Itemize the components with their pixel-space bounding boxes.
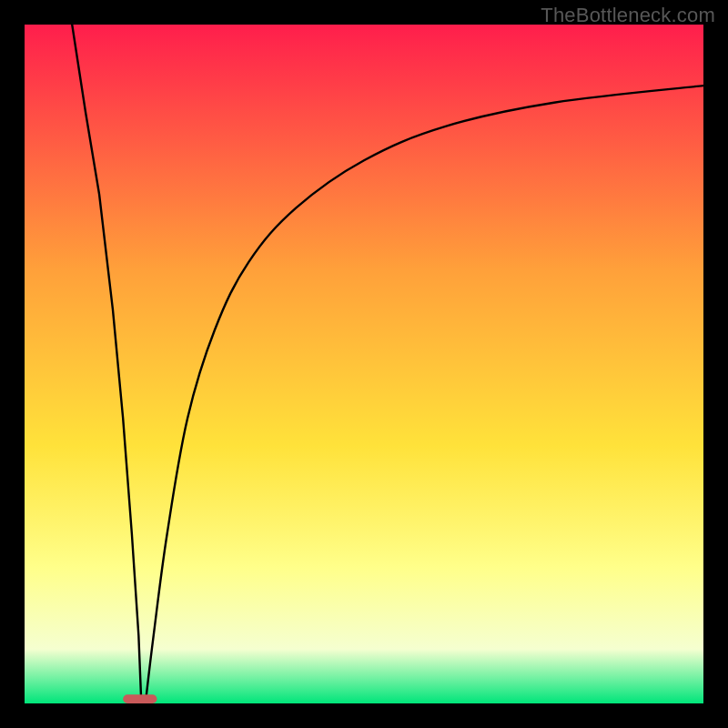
chart-gradient-background bbox=[25, 25, 703, 703]
chart-frame bbox=[0, 0, 25, 728]
attribution-label: TheBottleneck.com bbox=[541, 4, 715, 27]
optimal-marker bbox=[123, 694, 157, 703]
chart-frame bbox=[0, 703, 728, 728]
bottleneck-chart: TheBottleneck.com bbox=[0, 0, 728, 728]
chart-frame bbox=[703, 0, 728, 728]
chart-svg bbox=[0, 0, 728, 728]
